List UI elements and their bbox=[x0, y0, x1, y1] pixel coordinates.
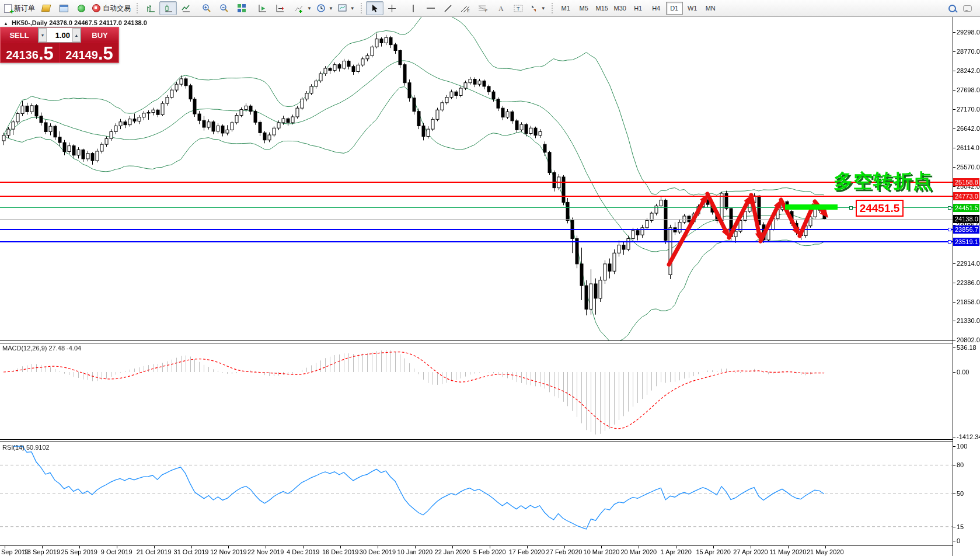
horizontal-line-24138[interactable] bbox=[0, 219, 953, 220]
timeframe-h4[interactable]: H4 bbox=[648, 2, 665, 15]
volume-decrease-button[interactable]: ▼ bbox=[39, 28, 47, 42]
macd-tick-mark bbox=[953, 348, 955, 348]
horizontal-line-24773[interactable] bbox=[0, 196, 953, 197]
line-anchor[interactable] bbox=[849, 206, 853, 210]
price-tick-label: 27170.0 bbox=[957, 106, 980, 113]
turning-point-annotation[interactable]: 多空转折点 bbox=[833, 168, 933, 194]
rsi-canvas[interactable] bbox=[0, 442, 953, 545]
vertical-line-button[interactable] bbox=[404, 1, 422, 15]
main-chart-canvas[interactable] bbox=[0, 17, 953, 340]
timeframe-m30[interactable]: M30 bbox=[612, 2, 629, 15]
price-tag: 25158.8 bbox=[953, 178, 979, 186]
line-anchor[interactable] bbox=[948, 206, 951, 210]
arrows-button[interactable]: ▼ bbox=[527, 1, 548, 15]
volume-input[interactable] bbox=[47, 28, 72, 42]
zoom-in-button[interactable] bbox=[198, 1, 215, 15]
one-click-trading-panel: SELL ▼ ▲ BUY 24136 .5 24149 .5 bbox=[0, 27, 119, 63]
trendline-icon bbox=[444, 4, 452, 13]
date-label: 10 Mar 2020 bbox=[584, 548, 620, 555]
equidistant-channel-button[interactable]: E bbox=[457, 1, 475, 15]
search-icon[interactable] bbox=[948, 5, 956, 12]
horizontal-line-23519.1[interactable] bbox=[0, 241, 953, 242]
rsi-tick-label: 0 bbox=[957, 537, 960, 544]
macd-tick-mark bbox=[953, 372, 955, 373]
timeframe-h1[interactable]: H1 bbox=[630, 2, 647, 15]
buy-price-int: 24149 bbox=[65, 48, 98, 62]
line-chart-button[interactable] bbox=[177, 1, 194, 15]
price-tick-label: 27698.0 bbox=[957, 86, 980, 93]
periods-button[interactable]: ▼ bbox=[314, 1, 336, 15]
timeframe-w1[interactable]: W1 bbox=[684, 2, 701, 15]
price-tick-label: 20802.0 bbox=[957, 336, 980, 343]
candlestick-chart-icon bbox=[164, 4, 173, 13]
indicators-button[interactable]: ▼ bbox=[292, 1, 314, 15]
horizontal-line-25158.8[interactable] bbox=[0, 182, 953, 183]
price-callout-label[interactable]: 24451.5 bbox=[856, 200, 904, 217]
price-tick-label: 28242.0 bbox=[957, 67, 980, 74]
timeframe-group: M1M5M15M30H1H4D1W1MN bbox=[555, 0, 721, 16]
date-label: 25 Sep 2019 bbox=[61, 548, 97, 555]
text-button[interactable]: A bbox=[492, 1, 510, 15]
pane-separator[interactable] bbox=[0, 340, 953, 343]
date-label: 11 May 2020 bbox=[769, 548, 806, 555]
date-label: 5 Feb 2020 bbox=[473, 548, 506, 555]
signals-button[interactable] bbox=[72, 1, 90, 15]
new-order-button[interactable]: 新订单 bbox=[2, 1, 37, 15]
macd-tick-mark bbox=[953, 437, 955, 437]
rsi-label: RSI(14) 50.9102 bbox=[2, 444, 50, 451]
highlight-bar[interactable] bbox=[785, 204, 838, 210]
profiles-button[interactable] bbox=[55, 1, 72, 15]
date-label: 20 Mar 2020 bbox=[620, 548, 657, 555]
volume-increase-button[interactable]: ▲ bbox=[72, 28, 81, 42]
price-tick-label: 21330.0 bbox=[957, 317, 980, 324]
cursor-button[interactable] bbox=[366, 1, 383, 15]
timeframe-d1[interactable]: D1 bbox=[666, 2, 683, 15]
buy-button[interactable]: BUY bbox=[81, 27, 118, 43]
svg-text:T: T bbox=[517, 6, 520, 12]
tile-windows-button[interactable] bbox=[233, 1, 250, 15]
rsi-tick-label: 15 bbox=[957, 523, 964, 530]
horizontal-line-23856.7[interactable] bbox=[0, 229, 953, 230]
market-watch-button[interactable] bbox=[37, 1, 55, 15]
bar-chart-icon bbox=[147, 4, 155, 13]
rsi-tick-label: 50 bbox=[957, 490, 964, 497]
buy-price[interactable]: 24149 .5 bbox=[60, 43, 118, 62]
macd-canvas[interactable] bbox=[0, 343, 953, 439]
zoom-out-button[interactable] bbox=[215, 1, 233, 15]
sell-button[interactable]: SELL bbox=[1, 27, 38, 43]
chart-shift-icon bbox=[275, 4, 285, 13]
chart-collapse-icon[interactable]: ▲ bbox=[4, 21, 8, 26]
price-tag: 24451.5 bbox=[953, 204, 979, 212]
auto-scroll-button[interactable] bbox=[254, 1, 271, 15]
timeframe-mn[interactable]: MN bbox=[702, 2, 719, 15]
horizontal-line-button[interactable] bbox=[422, 1, 440, 15]
equidistant-channel-icon: E bbox=[461, 4, 470, 13]
timeframe-m5[interactable]: M5 bbox=[576, 2, 592, 15]
date-label: 13 Sep 2019 bbox=[24, 548, 60, 555]
candlestick-chart-button[interactable] bbox=[159, 1, 177, 15]
templates-button[interactable]: ▼ bbox=[336, 1, 357, 15]
line-anchor[interactable] bbox=[948, 228, 951, 231]
price-tick-mark bbox=[953, 109, 955, 110]
chat-icon[interactable] bbox=[963, 5, 972, 12]
sell-price[interactable]: 24136 .5 bbox=[1, 43, 59, 62]
timeframe-m1[interactable]: M1 bbox=[557, 2, 574, 15]
trendline-button[interactable] bbox=[440, 1, 457, 15]
auto-trading-button[interactable]: 自动交易 bbox=[90, 1, 133, 15]
text-label-button[interactable]: T bbox=[510, 1, 527, 15]
chart-shift-button[interactable] bbox=[271, 1, 289, 15]
fibonacci-button[interactable]: F bbox=[475, 1, 492, 15]
pane-separator[interactable] bbox=[0, 439, 953, 442]
timeframe-m15[interactable]: M15 bbox=[594, 2, 611, 15]
sell-price-dec: .5 bbox=[39, 45, 54, 62]
crosshair-button[interactable] bbox=[383, 1, 401, 15]
price-tick-mark bbox=[953, 186, 955, 187]
price-tick-mark bbox=[953, 263, 955, 264]
price-tick-label: 22386.0 bbox=[957, 279, 980, 286]
line-anchor[interactable] bbox=[948, 240, 951, 244]
price-axis[interactable]: 29298.028770.028242.027698.027170.026642… bbox=[953, 17, 980, 556]
date-axis[interactable]: Sep 201913 Sep 201925 Sep 20199 Oct 2019… bbox=[0, 545, 953, 556]
bar-chart-button[interactable] bbox=[142, 1, 159, 15]
price-tag: 23856.7 bbox=[953, 225, 979, 234]
sell-price-int: 24136 bbox=[6, 48, 39, 62]
